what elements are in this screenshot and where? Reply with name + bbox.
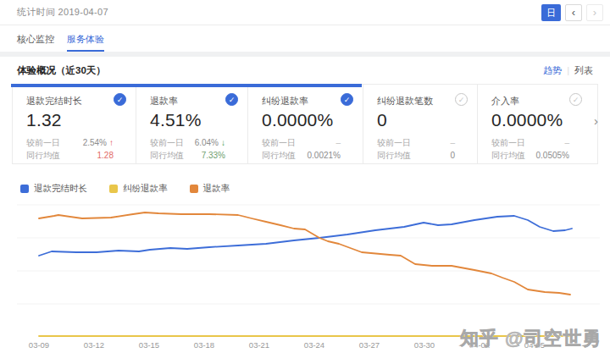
card-value: 0.0000% (491, 110, 578, 130)
service-experience-dashboard: 统计时间 2019-04-07 日 ‹ › 核心监控 服务体验 体验概况（近30… (0, 0, 610, 364)
legend-swatch (20, 185, 29, 193)
tab-service-experience[interactable]: 服务体验 (67, 28, 104, 52)
tab-core-monitoring[interactable]: 核心监控 (17, 28, 54, 52)
check-circle-icon[interactable]: ✓ (455, 93, 468, 106)
card-rows: 较前一日 6.04% ↓ 同行均值 7.33% (150, 136, 234, 162)
view-switch-divider: | (567, 65, 569, 75)
section-header: 体验概况（近30天） 趋势 | 列表 (0, 57, 610, 84)
arrow-up-icon: ↑ (109, 136, 114, 149)
section-title: 体验概况（近30天） (17, 64, 106, 77)
check-circle-icon[interactable]: ✓ (569, 93, 582, 106)
card-rows: 较前一日 – 同行均值 0.0021% (262, 136, 349, 162)
card-value: 0.0000% (262, 110, 349, 130)
row-label: 同行均值 (491, 149, 525, 162)
refund-rate-line (39, 212, 570, 295)
view-trend-link[interactable]: 趋势 (543, 64, 562, 77)
card-rows: 较前一日 – 同行均值 0 (377, 136, 463, 162)
row-label: 同行均值 (150, 149, 184, 162)
row-label: 较前一日 (377, 136, 411, 149)
card-title: 介入率 (491, 95, 578, 108)
legend-label: 退款率 (203, 183, 230, 195)
row-value: – (450, 136, 455, 149)
row-label: 同行均值 (262, 149, 296, 162)
date-controls: 日 ‹ › (541, 4, 603, 21)
x-tick-label: 03-21 (249, 340, 269, 350)
card-value: 1.32 (26, 110, 122, 130)
prev-day-button[interactable]: ‹ (565, 4, 582, 21)
card-row: 同行均值 7.33% (150, 149, 225, 162)
row-value: 2.54% (83, 136, 107, 149)
x-tick-label: 03-30 (414, 340, 435, 350)
trend-chart-area: 03-0903-1203-1503-1803-2103-2403-2703-30… (0, 195, 610, 356)
row-label: 同行均值 (377, 149, 411, 162)
row-value: 0 (450, 149, 455, 162)
card-row: 同行均值 0.0021% (262, 149, 341, 162)
card-row: 同行均值 1.28 (26, 149, 114, 162)
row-label: 较前一日 (150, 136, 184, 149)
tab-bar: 核心监控 服务体验 (0, 25, 610, 52)
legend-swatch (109, 185, 118, 193)
card-value: 0 (377, 110, 463, 130)
selected-cards-indicator-bar (11, 84, 362, 87)
chart-legend: 退款完结时长 纠纷退款率 退款率 (20, 183, 610, 194)
row-label: 同行均值 (26, 149, 60, 162)
row-value: 7.33% (202, 149, 225, 162)
card-row: 较前一日 – (377, 136, 455, 149)
card-rows: 较前一日 2.54% ↑ 同行均值 1.28 (26, 136, 122, 162)
row-value: 1.28 (97, 149, 114, 162)
cards-scroll-next-button[interactable]: › (594, 114, 598, 127)
legend-item-dispute-refund-rate[interactable]: 纠纷退款率 (109, 183, 168, 195)
x-tick-label: 03-24 (304, 340, 324, 350)
stat-time-label: 统计时间 2019-04-07 (17, 6, 108, 19)
card-row: 较前一日 2.54% ↑ (26, 136, 114, 149)
card-rows: 较前一日 – 同行均值 0.0505% (491, 136, 578, 162)
row-label: 较前一日 (26, 136, 60, 149)
legend-label: 退款完结时长 (34, 183, 87, 195)
check-circle-icon[interactable]: ✓ (225, 93, 238, 106)
card-row: 较前一日 – (491, 136, 569, 149)
row-value: 0.0505% (536, 149, 569, 162)
row-label: 较前一日 (262, 136, 296, 149)
card-refund-rate[interactable]: 退款率 ✓ 4.51% 较前一日 6.04% ↓ 同行均值 7.33% (136, 85, 248, 163)
card-row: 同行均值 0.0505% (491, 149, 569, 162)
row-value: – (336, 136, 341, 149)
metric-cards-strip: 退款完结时长 ✓ 1.32 较前一日 2.54% ↑ 同行均值 1.28 退款 (12, 84, 598, 164)
refund-completion-time-line (39, 216, 572, 256)
view-list-link[interactable]: 列表 (574, 64, 593, 77)
row-value: 0.0021% (308, 149, 341, 162)
legend-label: 纠纷退款率 (123, 183, 168, 195)
card-intervention-rate[interactable]: 介入率 ✓ 0.0000% 较前一日 – 同行均值 0.0505% (478, 85, 591, 163)
card-title: 退款率 (150, 95, 234, 108)
check-circle-icon[interactable]: ✓ (114, 93, 126, 106)
x-tick-label: 03-18 (194, 340, 214, 350)
card-value: 4.51% (150, 110, 234, 130)
row-label: 较前一日 (491, 136, 525, 149)
x-tick-label: 03-12 (84, 340, 104, 350)
card-row: 较前一日 6.04% ↓ (150, 136, 225, 149)
card-title: 纠纷退款笔数 (377, 95, 463, 108)
legend-item-refund-completion-time[interactable]: 退款完结时长 (20, 183, 87, 195)
card-row: 同行均值 0 (377, 149, 455, 162)
x-tick-label: 03-15 (139, 340, 159, 350)
card-title: 纠纷退款率 (262, 95, 349, 108)
row-value: 6.04% (195, 136, 219, 149)
x-tick-label: 03-27 (359, 340, 380, 350)
view-switcher: 趋势 | 列表 (543, 64, 593, 77)
header-bar: 统计时间 2019-04-07 日 ‹ › (0, 0, 610, 25)
chevron-left-icon: ‹ (572, 6, 575, 19)
watermark: 知乎 @司空世勇 (460, 326, 602, 351)
next-day-button[interactable]: › (586, 4, 603, 21)
chevron-right-icon: › (593, 6, 596, 19)
legend-item-refund-rate[interactable]: 退款率 (190, 183, 230, 195)
card-row: 较前一日 – (262, 136, 341, 149)
arrow-down-icon: ↓ (221, 136, 225, 149)
x-tick-label: 03-09 (29, 340, 49, 350)
row-value: – (564, 136, 569, 149)
check-circle-icon[interactable]: ✓ (341, 93, 353, 106)
card-dispute-refund-rate[interactable]: 纠纷退款率 ✓ 0.0000% 较前一日 – 同行均值 0.0021% (248, 85, 363, 163)
card-refund-completion-time[interactable]: 退款完结时长 ✓ 1.32 较前一日 2.54% ↑ 同行均值 1.28 (13, 85, 136, 163)
period-day-button[interactable]: 日 (541, 4, 561, 21)
legend-swatch (190, 185, 198, 193)
metric-cards: 退款完结时长 ✓ 1.32 较前一日 2.54% ↑ 同行均值 1.28 退款 (12, 84, 598, 164)
card-dispute-refund-count[interactable]: 纠纷退款笔数 ✓ 0 较前一日 – 同行均值 0 (363, 85, 478, 163)
